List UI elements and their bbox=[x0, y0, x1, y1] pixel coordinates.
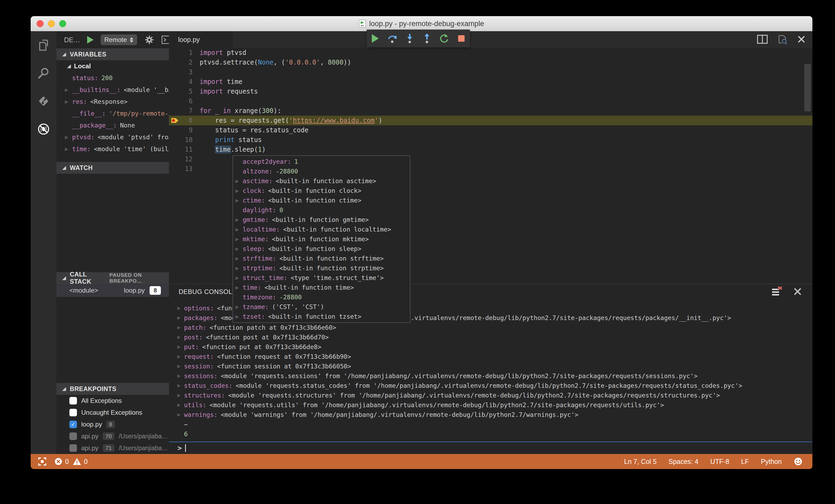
console-line[interactable]: ▷patch:<function patch at 0x7f13c3b66e60… bbox=[169, 323, 812, 332]
expand-twisty-icon[interactable]: ▷ bbox=[236, 314, 243, 319]
code-line-10[interactable]: 10 print status bbox=[169, 135, 812, 145]
step-over-button[interactable] bbox=[387, 33, 399, 44]
clear-console-icon[interactable] bbox=[771, 286, 783, 297]
expand-twisty-icon[interactable]: ▷ bbox=[178, 400, 184, 410]
code-line-9[interactable]: 9 status = res.status_code bbox=[169, 125, 812, 135]
breakpoint-row[interactable]: ✓loop.py8 bbox=[57, 419, 169, 430]
close-window-button[interactable] bbox=[37, 20, 44, 27]
start-debug-button[interactable] bbox=[87, 36, 94, 44]
configure-gear-icon[interactable] bbox=[144, 35, 155, 45]
variable-row[interactable]: ▷__file__:'/tmp/py-remote-… bbox=[57, 108, 169, 120]
eol-sequence[interactable]: LF bbox=[741, 458, 749, 465]
close-panel-icon[interactable] bbox=[794, 288, 802, 296]
expand-twisty-icon[interactable]: ▷ bbox=[178, 391, 184, 400]
breakpoint-row[interactable]: api.py71/Users/panjiaba… bbox=[57, 442, 169, 454]
remote-connection-icon[interactable] bbox=[38, 457, 47, 466]
console-line[interactable]: ▷warnings:<module 'warnings' from '/home… bbox=[169, 410, 812, 420]
tooltip-row[interactable]: ▷tzname:('CST', 'CST') bbox=[233, 302, 410, 312]
expand-twisty-icon[interactable]: ▷ bbox=[236, 275, 243, 280]
breakpoint-checkbox[interactable] bbox=[69, 444, 77, 452]
variable-row[interactable]: ▷status:200 bbox=[57, 72, 169, 84]
expand-twisty-icon[interactable]: ▷ bbox=[65, 99, 72, 104]
expand-twisty-icon[interactable]: ▷ bbox=[178, 313, 184, 323]
expand-twisty-icon[interactable]: ▷ bbox=[178, 361, 184, 371]
tooltip-row[interactable]: ▷strftime:<built-in function strftime> bbox=[233, 254, 410, 263]
breakpoints-section-header[interactable]: ◢ BREAKPOINTS bbox=[57, 383, 169, 395]
tooltip-row[interactable]: ▷time:<built-in function time> bbox=[233, 283, 410, 292]
console-input[interactable]: > bbox=[169, 442, 812, 454]
breakpoint-checkbox[interactable] bbox=[69, 397, 77, 404]
activity-debug[interactable] bbox=[30, 115, 57, 143]
breakpoint-checkbox[interactable]: ✓ bbox=[69, 421, 77, 428]
expand-twisty-icon[interactable]: ▷ bbox=[236, 285, 243, 290]
expand-twisty-icon[interactable]: ▷ bbox=[178, 342, 184, 352]
callstack-section-header[interactable]: ◢ CALL STACK PAUSED ON BREAKPO… bbox=[57, 272, 169, 284]
expand-twisty-icon[interactable]: ▷ bbox=[236, 217, 243, 223]
activity-search[interactable] bbox=[30, 59, 57, 87]
console-line[interactable]: ▷status_codes:<module 'requests.status_c… bbox=[169, 381, 812, 391]
tab-debug-console[interactable]: DEBUG CONSOLE bbox=[179, 288, 237, 296]
breakpoint-checkbox[interactable] bbox=[69, 433, 77, 440]
error-count[interactable]: 0 bbox=[54, 458, 69, 465]
console-line[interactable]: ▷request:<function request at 0x7f13c3b6… bbox=[169, 352, 812, 361]
expand-twisty-icon[interactable]: ▷ bbox=[178, 371, 184, 381]
tooltip-row[interactable]: ▷localtime:<built-in function localtime> bbox=[233, 225, 410, 234]
code-line-11[interactable]: 11 time.sleep(1) bbox=[169, 145, 812, 154]
expand-twisty-icon[interactable]: ▷ bbox=[236, 178, 243, 184]
console-line[interactable]: ▷post:<function post at 0x7f13c3b66d70> bbox=[169, 332, 812, 342]
expand-twisty-icon[interactable]: ▷ bbox=[178, 381, 184, 391]
expand-twisty-icon[interactable]: ▷ bbox=[178, 352, 184, 361]
code-line-6[interactable]: 6 bbox=[169, 96, 812, 106]
tooltip-row[interactable]: ▷tzset:<built-in function tzset> bbox=[233, 312, 410, 321]
variable-row[interactable]: ▷res:<Response> bbox=[57, 96, 169, 108]
console-line[interactable]: ▷structures:<module 'requests.structures… bbox=[169, 391, 812, 400]
console-line[interactable]: ▷session:<function session at 0x7f13c3b6… bbox=[169, 361, 812, 371]
tooltip-row[interactable]: ▷daylight:0 bbox=[233, 205, 410, 215]
editor-scrollbar[interactable] bbox=[805, 64, 811, 111]
expand-twisty-icon[interactable]: ▷ bbox=[236, 256, 243, 261]
language-mode[interactable]: Python bbox=[761, 458, 782, 465]
stop-button[interactable] bbox=[455, 33, 467, 44]
console-line[interactable]: ▷put:<function put at 0x7f13c3b66de8> bbox=[169, 342, 812, 352]
breakpoint-row[interactable]: Uncaught Exceptions bbox=[57, 407, 169, 419]
debug-config-dropdown[interactable]: Remote bbox=[101, 35, 137, 45]
code-line-7[interactable]: 7for _ in xrange(300): bbox=[169, 106, 812, 115]
step-out-button[interactable] bbox=[421, 33, 433, 44]
expand-twisty-icon[interactable]: ▷ bbox=[236, 188, 243, 193]
expand-twisty-icon[interactable]: ▷ bbox=[236, 266, 243, 271]
expand-twisty-icon[interactable]: ▷ bbox=[236, 236, 243, 242]
tooltip-row[interactable]: ▷strptime:<built-in function strptime> bbox=[233, 263, 410, 273]
activity-explorer[interactable] bbox=[30, 31, 57, 59]
scope-local[interactable]: ◢ Local bbox=[57, 60, 169, 72]
tooltip-row[interactable]: ▷struct_time:<type 'time.struct_time'> bbox=[233, 273, 410, 283]
tooltip-row[interactable]: ▷timezone:-28800 bbox=[233, 292, 410, 302]
expand-twisty-icon[interactable]: ▷ bbox=[65, 134, 72, 140]
cursor-position[interactable]: Ln 7, Col 5 bbox=[624, 458, 657, 465]
code-line-3[interactable]: 3 bbox=[169, 67, 812, 77]
variable-row[interactable]: ▷ptvsd:<module 'ptvsd' fro… bbox=[57, 131, 169, 143]
code-line-1[interactable]: 1import ptvsd bbox=[169, 48, 812, 58]
variable-row[interactable]: ▷time:<module 'time' (buil… bbox=[57, 143, 169, 155]
breakpoint-checkbox[interactable] bbox=[69, 409, 77, 416]
tooltip-row[interactable]: ▷clock:<built-in function clock> bbox=[233, 186, 410, 195]
expand-twisty-icon[interactable]: ▷ bbox=[65, 87, 72, 92]
stack-frame-row[interactable]: <module> loop.py 8 bbox=[57, 284, 169, 297]
close-editor-icon[interactable] bbox=[797, 35, 806, 43]
expand-twisty-icon[interactable]: ▷ bbox=[178, 323, 184, 332]
breakpoint-row[interactable]: All Exceptions bbox=[57, 395, 169, 407]
expand-twisty-icon[interactable]: ▷ bbox=[236, 227, 243, 232]
continue-button[interactable] bbox=[369, 33, 381, 44]
tooltip-row[interactable]: ▷accept2dyear:1 bbox=[233, 157, 410, 167]
expand-twisty-icon[interactable]: ▷ bbox=[236, 246, 243, 251]
watch-section-header[interactable]: ◢ WATCH bbox=[57, 162, 169, 174]
open-preview-icon[interactable] bbox=[777, 34, 788, 45]
open-console-icon[interactable] bbox=[161, 36, 169, 44]
tooltip-row[interactable]: ▷sleep:<built-in function sleep> bbox=[233, 244, 410, 254]
console-line[interactable]: ▷utils:<module 'requests.utils' from '/h… bbox=[169, 400, 812, 410]
encoding[interactable]: UTF-8 bbox=[710, 458, 729, 465]
console-line[interactable]: ▷sessions:<module 'requests.sessions' fr… bbox=[169, 371, 812, 381]
tooltip-row[interactable]: ▷gmtime:<built-in function gmtime> bbox=[233, 215, 410, 225]
variable-row[interactable]: ▷__package__:None bbox=[57, 120, 169, 131]
expand-twisty-icon[interactable]: ▷ bbox=[178, 332, 184, 342]
code-line-8[interactable]: 8 res = requests.get('https://www.baidu.… bbox=[169, 115, 812, 125]
